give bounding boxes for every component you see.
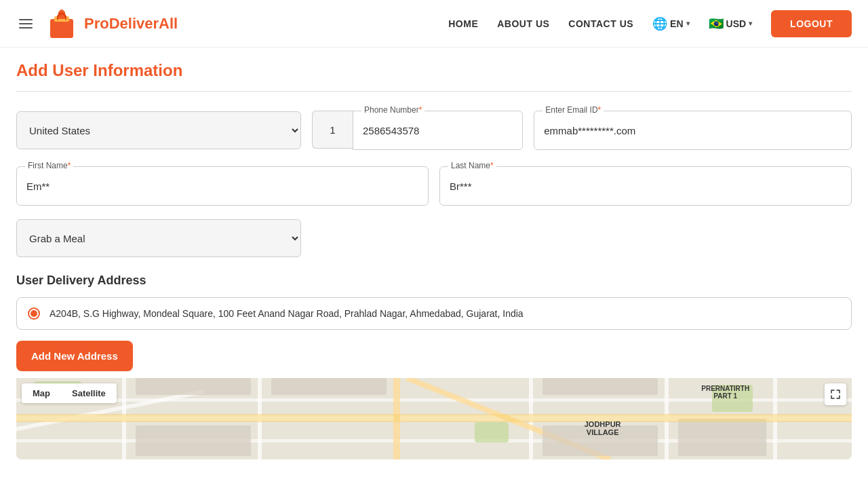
header-nav: HOME ABOUT US CONTACT US 🌐 EN ▾ 🇧🇷 USD ▾… (448, 10, 852, 37)
globe-icon: 🌐 (652, 16, 667, 31)
name-row: First Name* Last Name* (16, 166, 852, 206)
page-title: Add User Information (16, 61, 852, 80)
first-name-label: First Name* (25, 161, 73, 170)
last-name-input[interactable] (440, 167, 851, 205)
currency-flag-icon: 🇧🇷 (709, 16, 724, 31)
logo[interactable]: ProDeliverAll (45, 7, 178, 41)
last-name-field: Last Name* (439, 166, 852, 206)
meal-select-wrapper: Grab a Meal Grocery Pharmacy Electronics (16, 219, 852, 257)
map-tab-map[interactable]: Map (22, 383, 61, 403)
phone-group: 1 Phone Number* (312, 111, 523, 150)
currency-selector[interactable]: 🇧🇷 USD ▾ (709, 16, 753, 31)
language-selector[interactable]: 🌐 EN ▾ (652, 16, 689, 31)
map-container: JODHPURVILLAGE PRERNATIRTHPART 1 Map Sat… (16, 378, 852, 459)
lang-label: EN (670, 18, 683, 29)
svg-rect-20 (136, 426, 251, 456)
nav-contact[interactable]: CONTACT US (568, 18, 633, 29)
svg-rect-0 (50, 19, 73, 38)
last-name-label: Last Name* (448, 161, 496, 170)
address-text: A204B, S.G Highway, Mondeal Square, 100 … (50, 308, 524, 319)
svg-rect-21 (271, 378, 387, 395)
svg-rect-24 (678, 419, 766, 456)
first-name-input[interactable] (17, 167, 428, 205)
header-left: ProDeliverAll (16, 7, 178, 41)
divider (16, 91, 852, 92)
svg-rect-19 (136, 378, 251, 395)
phone-input[interactable] (353, 111, 522, 149)
map-label-prernatirth: PRERNATIRTHPART 1 (701, 385, 749, 400)
country-select-wrapper: United States India UK Canada Australia (16, 111, 301, 149)
nav-home[interactable]: HOME (448, 18, 478, 29)
currency-dropdown-arrow: ▾ (749, 20, 752, 27)
svg-rect-22 (542, 378, 658, 395)
header: ProDeliverAll HOME ABOUT US CONTACT US 🌐… (0, 0, 868, 48)
email-label: Enter Email ID* (542, 105, 604, 115)
meal-select[interactable]: Grab a Meal Grocery Pharmacy Electronics (16, 219, 301, 257)
hamburger-menu[interactable] (16, 16, 35, 31)
svg-rect-17 (475, 422, 509, 442)
first-name-field: First Name* (16, 166, 429, 206)
svg-rect-25 (16, 414, 852, 422)
phone-country-code: 1 (312, 111, 353, 149)
email-wrapper: Enter Email ID* (534, 111, 852, 150)
address-radio[interactable] (28, 307, 40, 320)
logout-button[interactable]: LOGOUT (771, 10, 852, 37)
phone-input-wrapper: Phone Number* (353, 111, 523, 150)
country-select[interactable]: United States India UK Canada Australia (16, 111, 301, 149)
lang-dropdown-arrow: ▾ (686, 20, 690, 27)
address-row[interactable]: A204B, S.G Highway, Mondeal Square, 100 … (16, 297, 852, 330)
delivery-section-title: User Delivery Address (16, 274, 852, 288)
currency-label: USD (726, 18, 747, 29)
fullscreen-icon (830, 389, 841, 400)
nav-about[interactable]: ABOUT US (497, 18, 549, 29)
add-address-button[interactable]: Add New Address (16, 341, 133, 371)
logo-text: ProDeliverAll (84, 15, 178, 33)
radio-inner (31, 310, 37, 317)
main-content: Add User Information United States India… (0, 48, 868, 473)
map-label-jodhpur: JODHPURVILLAGE (585, 420, 621, 436)
phone-label: Phone Number* (361, 105, 425, 115)
logo-bag-icon (45, 7, 79, 41)
map-fullscreen-button[interactable] (825, 383, 846, 405)
contact-info-row: United States India UK Canada Australia … (16, 111, 852, 150)
email-input[interactable] (534, 111, 851, 149)
map-tab-satellite[interactable]: Satellite (61, 383, 117, 403)
map-controls: Map Satellite (22, 383, 117, 403)
